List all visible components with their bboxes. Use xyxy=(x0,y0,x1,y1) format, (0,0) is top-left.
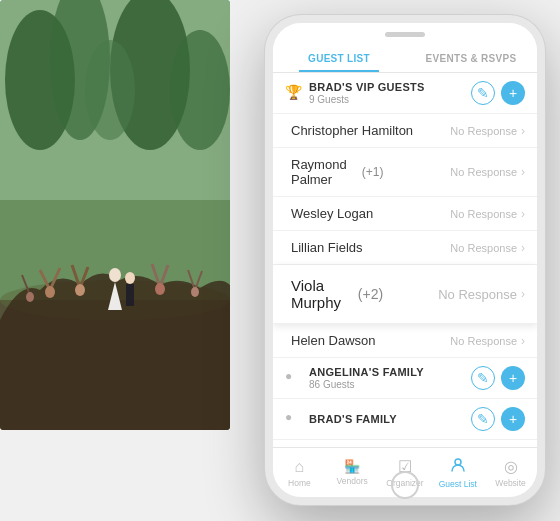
edit-group-button-angelinas-family[interactable]: ✎ xyxy=(471,366,495,390)
guest-status-christopher-hamilton: No Response xyxy=(450,125,517,137)
guest-row-raymond-palmer[interactable]: Raymond Palmer (+1) No Response › xyxy=(273,148,537,197)
wedding-photo xyxy=(0,0,230,430)
nav-vendors-label: Vendors xyxy=(337,476,368,486)
add-guest-button-brads-family[interactable]: + xyxy=(501,407,525,431)
nav-home[interactable]: ⌂ Home xyxy=(273,458,326,488)
guest-name-helen-dawson: Helen Dawson xyxy=(291,333,450,348)
circle-icon-angelinas: ● xyxy=(285,369,303,387)
guest-row-lillian-fields[interactable]: Lillian Fields No Response › xyxy=(273,231,537,265)
chevron-icon-christopher-hamilton: › xyxy=(521,124,525,138)
add-guest-button-brads-vip[interactable]: + xyxy=(501,81,525,105)
guest-status-lillian-fields: No Response xyxy=(450,242,517,254)
phone-screen: GUEST LIST EVENTS & RSVPS 🏆 BRAD'S VIP G… xyxy=(265,15,545,505)
svg-rect-11 xyxy=(126,284,134,306)
chevron-icon-raymond-palmer: › xyxy=(521,165,525,179)
nav-guest-list[interactable]: Guest List xyxy=(431,457,484,489)
svg-point-14 xyxy=(45,286,55,298)
chevron-icon-viola-murphy: › xyxy=(521,287,525,301)
phone-speaker xyxy=(385,32,425,37)
nav-guest-list-label: Guest List xyxy=(439,479,477,489)
guest-name-christopher-hamilton: Christopher Hamilton xyxy=(291,123,450,138)
group-actions-brads-family: ✎ + xyxy=(471,407,525,431)
vendors-icon: 🏪 xyxy=(344,459,360,474)
nav-website[interactable]: ◎ Website xyxy=(484,457,537,488)
group-info-brads-vip: BRAD'S VIP GUESTS 9 Guests xyxy=(309,81,471,105)
guest-status-viola-murphy: No Response xyxy=(438,287,517,302)
svg-point-20 xyxy=(155,283,165,295)
circle-icon-brads-family: ● xyxy=(285,410,303,428)
guest-name-wesley-logan: Wesley Logan xyxy=(291,206,450,221)
svg-point-25 xyxy=(191,287,199,297)
chevron-icon-helen-dawson: › xyxy=(521,334,525,348)
svg-point-17 xyxy=(75,284,85,296)
guest-list-content: 🏆 BRAD'S VIP GUESTS 9 Guests ✎ + Christo… xyxy=(273,73,537,447)
guest-row-christopher-hamilton[interactable]: Christopher Hamilton No Response › xyxy=(273,114,537,148)
guest-status-wesley-logan: No Response xyxy=(450,208,517,220)
group-header-angelinas-family: ● ANGELINA'S FAMILY 86 Guests ✎ + xyxy=(273,358,537,399)
phone-home-button[interactable] xyxy=(391,471,419,499)
home-icon: ⌂ xyxy=(295,458,305,476)
website-icon: ◎ xyxy=(504,457,518,476)
tab-guest-list[interactable]: GUEST LIST xyxy=(273,45,405,72)
guest-row-wesley-logan[interactable]: Wesley Logan No Response › xyxy=(273,197,537,231)
group-actions-brads-vip: ✎ + xyxy=(471,81,525,105)
nav-website-label: Website xyxy=(495,478,526,488)
trophy-icon: 🏆 xyxy=(285,84,303,102)
nav-home-label: Home xyxy=(288,478,311,488)
tab-bar: GUEST LIST EVENTS & RSVPS xyxy=(273,45,537,73)
tab-events-rsvps[interactable]: EVENTS & RSVPS xyxy=(405,45,537,72)
guest-row-helen-dawson[interactable]: Helen Dawson No Response › xyxy=(273,324,537,358)
guest-status-raymond-palmer: No Response xyxy=(450,166,517,178)
group-info-brads-family: BRAD'S FAMILY xyxy=(309,413,471,425)
guest-row-viola-murphy[interactable]: Viola Murphy (+2) No Response › xyxy=(273,265,537,324)
group-info-angelinas-family: ANGELINA'S FAMILY 86 Guests xyxy=(309,366,471,390)
group-header-brads-family: ● BRAD'S FAMILY ✎ + xyxy=(273,399,537,440)
svg-point-5 xyxy=(170,30,230,150)
group-header-brads-vip: 🏆 BRAD'S VIP GUESTS 9 Guests ✎ + xyxy=(273,73,537,114)
svg-point-26 xyxy=(455,459,461,465)
nav-vendors[interactable]: 🏪 Vendors xyxy=(326,459,379,486)
guest-plus-viola-murphy: (+2) xyxy=(350,286,383,302)
phone-device: GUEST LIST EVENTS & RSVPS 🏆 BRAD'S VIP G… xyxy=(265,15,545,505)
group-name-brads-vip: BRAD'S VIP GUESTS xyxy=(309,81,471,93)
guest-plus-raymond-palmer: (+1) xyxy=(362,165,384,179)
chevron-icon-lillian-fields: › xyxy=(521,241,525,255)
group-count-brads-vip: 9 Guests xyxy=(309,94,471,105)
group-name-brads-family: BRAD'S FAMILY xyxy=(309,413,471,425)
guest-name-viola-murphy: Viola Murphy xyxy=(291,277,346,311)
edit-group-button-brads-family[interactable]: ✎ xyxy=(471,407,495,431)
svg-point-22 xyxy=(26,292,34,302)
add-guest-button-angelinas-family[interactable]: + xyxy=(501,366,525,390)
svg-point-6 xyxy=(85,40,135,140)
svg-point-9 xyxy=(109,268,121,282)
group-name-angelinas-family: ANGELINA'S FAMILY xyxy=(309,366,471,378)
edit-group-button-brads-vip[interactable]: ✎ xyxy=(471,81,495,105)
svg-point-10 xyxy=(125,272,135,284)
group-actions-angelinas-family: ✎ + xyxy=(471,366,525,390)
guest-name-raymond-palmer: Raymond Palmer xyxy=(291,157,358,187)
chevron-icon-wesley-logan: › xyxy=(521,207,525,221)
guest-name-lillian-fields: Lillian Fields xyxy=(291,240,450,255)
group-count-angelinas-family: 86 Guests xyxy=(309,379,471,390)
phone-speaker-area xyxy=(273,23,537,45)
guest-status-helen-dawson: No Response xyxy=(450,335,517,347)
guest-list-icon xyxy=(450,457,466,477)
